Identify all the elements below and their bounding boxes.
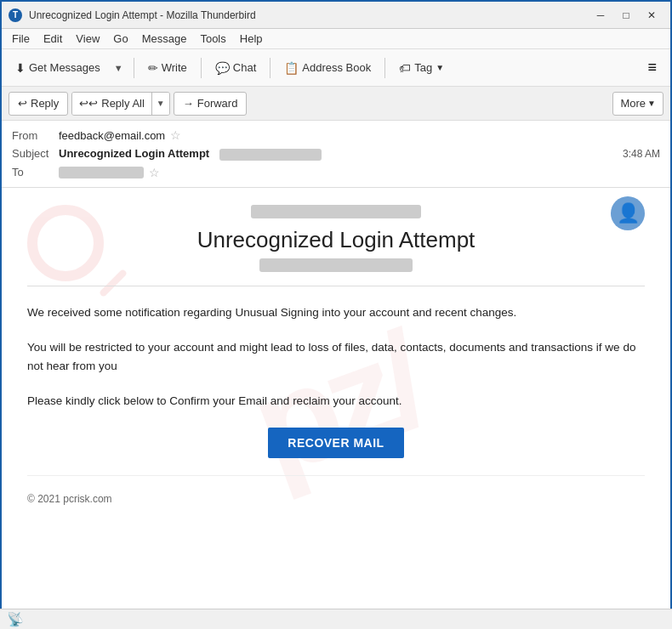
subject-label: Subject	[12, 147, 59, 160]
email-content: 👤 Unrecognized Login Attempt We received…	[2, 188, 670, 530]
from-value: feedback@email.com	[59, 129, 165, 142]
email-body-paragraph-2: You will be restricted to your account a…	[27, 338, 645, 375]
email-subtitle-blurred	[259, 258, 413, 272]
to-star-icon[interactable]: ☆	[149, 166, 160, 179]
toolbar-menu-button[interactable]: ≡	[641, 55, 663, 80]
subject-text: Unrecognized Login Attempt	[59, 147, 209, 160]
write-button[interactable]: ✏ Write	[141, 54, 194, 82]
chat-label: Chat	[233, 61, 256, 74]
menu-message[interactable]: Message	[135, 31, 194, 47]
menu-help[interactable]: Help	[233, 31, 270, 47]
write-icon: ✏	[148, 61, 158, 75]
get-messages-label: Get Messages	[29, 61, 100, 74]
body-text-3: Please kindly click below to Confirm you…	[27, 394, 401, 407]
title-bar: T Unrecognized Login Attempt - Mozilla T…	[2, 2, 670, 29]
chat-button[interactable]: 💬 Chat	[208, 54, 263, 82]
body-text-2: You will be restricted to your account a…	[27, 341, 635, 372]
email-divider	[27, 286, 645, 286]
email-body: pz/ 👤 Unrecognized Login Attempt We rece…	[2, 188, 670, 621]
reply-button[interactable]: ↩ Reply	[9, 92, 68, 116]
menu-bar: File Edit View Go Message Tools Help	[2, 29, 670, 49]
email-body-paragraph-1: We received some notification regarding …	[27, 303, 645, 322]
status-icon: 📡	[7, 611, 24, 627]
main-toolbar: ⬇ Get Messages ▼ ✏ Write 💬 Chat 📋 Addres…	[2, 49, 670, 87]
email-title: Unrecognized Login Attempt	[27, 227, 645, 253]
write-label: Write	[162, 61, 187, 74]
reply-all-label: Reply All	[101, 97, 145, 110]
email-time: 3:48 AM	[623, 148, 660, 160]
address-book-button[interactable]: 📋 Address Book	[277, 54, 378, 82]
get-messages-dropdown[interactable]: ▼	[111, 54, 127, 82]
sender-blur-bar	[27, 205, 645, 218]
status-bar: 📡	[0, 609, 672, 629]
toolbar-separator-3	[270, 58, 271, 78]
minimize-button[interactable]: ─	[589, 6, 612, 25]
reply-arrow-icon: ↩	[18, 97, 27, 110]
window-controls: ─ □ ✕	[589, 6, 663, 25]
email-header: From feedback@email.com ☆ Subject Unreco…	[2, 121, 670, 188]
menu-file[interactable]: File	[5, 31, 37, 47]
more-dropdown-icon: ▼	[647, 99, 656, 108]
more-button[interactable]: More ▼	[612, 92, 663, 116]
from-row: From feedback@email.com ☆	[12, 126, 660, 144]
reply-all-group: ↩↩ Reply All ▼	[71, 92, 169, 116]
to-row: To ☆	[12, 163, 660, 182]
app-icon: T	[9, 8, 22, 22]
tag-label: Tag	[414, 61, 432, 74]
reply-all-icon: ↩↩	[79, 97, 98, 110]
forward-button[interactable]: → Forward	[174, 92, 248, 116]
reply-toolbar: ↩ Reply ↩↩ Reply All ▼ → Forward More ▼	[2, 87, 670, 121]
sender-bar-blurred	[251, 205, 421, 218]
menu-tools[interactable]: Tools	[193, 31, 232, 47]
footer-copyright: © 2021 pcrisk.com	[27, 493, 112, 505]
subject-row: Subject Unrecognized Login Attempt 3:48 …	[12, 144, 660, 163]
reply-label: Reply	[31, 97, 59, 110]
forward-label: Forward	[197, 97, 238, 110]
menu-go[interactable]: Go	[106, 31, 134, 47]
tag-button[interactable]: 🏷 Tag ▼	[392, 54, 451, 82]
body-text-1: We received some notification regarding …	[27, 306, 516, 319]
toolbar-separator-2	[201, 58, 202, 78]
window-title: Unrecognized Login Attempt - Mozilla Thu…	[29, 9, 589, 21]
get-messages-button[interactable]: ⬇ Get Messages	[9, 54, 107, 82]
tag-icon: 🏷	[399, 61, 411, 75]
subject-blurred	[219, 149, 322, 161]
toolbar-separator-4	[384, 58, 385, 78]
menu-view[interactable]: View	[69, 31, 106, 47]
close-button[interactable]: ✕	[640, 6, 663, 25]
to-value-blurred	[59, 167, 144, 178]
to-label: To	[12, 166, 59, 178]
email-body-paragraph-3: Please kindly click below to Confirm you…	[27, 392, 645, 411]
chat-icon: 💬	[215, 61, 230, 75]
menu-edit[interactable]: Edit	[37, 31, 69, 47]
email-footer: © 2021 pcrisk.com	[27, 475, 645, 513]
address-book-icon: 📋	[284, 61, 299, 75]
reply-all-dropdown-button[interactable]: ▼	[151, 93, 169, 115]
tag-dropdown-icon: ▼	[436, 63, 444, 72]
from-label: From	[12, 129, 59, 142]
recover-mail-button[interactable]: RECOVER MAIL	[268, 428, 404, 458]
toolbar-separator-1	[134, 58, 134, 78]
forward-icon: →	[183, 97, 194, 110]
from-star-icon[interactable]: ☆	[170, 128, 181, 142]
reply-all-button[interactable]: ↩↩ Reply All	[72, 93, 151, 115]
address-book-label: Address Book	[302, 61, 371, 74]
get-messages-icon: ⬇	[15, 61, 26, 75]
subject-value: Unrecognized Login Attempt	[59, 147, 322, 161]
maximize-button[interactable]: □	[614, 6, 638, 25]
more-label: More	[620, 97, 646, 110]
